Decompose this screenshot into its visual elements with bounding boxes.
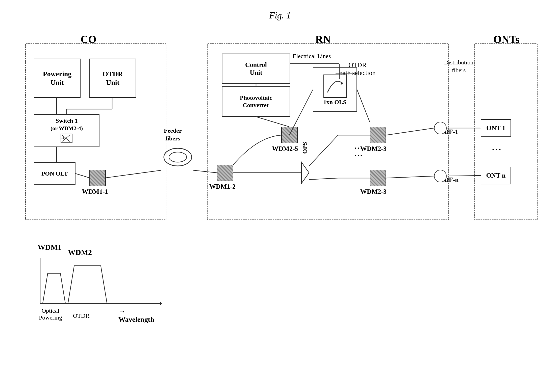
wdm1-1-label: WDM1-1: [82, 188, 108, 195]
dfn-circle: [434, 170, 447, 182]
pon-olt-label: PON OLT: [41, 170, 68, 177]
optical-powering-text: OpticalPowering: [39, 307, 62, 321]
feeder-fibers-coil: [161, 144, 194, 170]
svg-marker-4: [63, 137, 65, 139]
wdm1-2-component: [217, 165, 233, 181]
wdm2-3-bottom-component: [370, 170, 386, 186]
df1-circle: [434, 122, 447, 134]
wdm2-3-bottom-label: WDM2-3: [360, 188, 387, 195]
wdm2-5-label: WDM2-5: [272, 145, 298, 153]
switch1-text: Switch 1(or WDM2-4): [50, 117, 83, 132]
switch1-box: Switch 1(or WDM2-4): [34, 114, 99, 147]
wdm2-3-top-component: [370, 127, 386, 143]
rn-dots2: ...: [354, 150, 363, 158]
wdm1-2-label: WDM1-2: [209, 183, 236, 190]
ontn-label: ONT n: [486, 172, 506, 179]
wdm2-5-component: [281, 127, 298, 143]
switch1-content: Switch 1(or WDM2-4): [50, 117, 83, 144]
wavelength-text: Wavelength: [118, 315, 154, 323]
wdm1-1-component: [89, 170, 106, 186]
powering-unit-box: PoweringUnit: [34, 59, 81, 98]
pon-olt-box: PON OLT: [34, 162, 75, 185]
wdm2-3-top-label: WDM2-3: [360, 145, 387, 153]
distribution-fibers-text: Distributionfibers: [444, 59, 473, 74]
otdr-path-text: OTDRpath selection: [339, 61, 376, 77]
distribution-fibers-label: Distributionfibers: [444, 59, 473, 74]
svg-rect-5: [324, 75, 346, 97]
diagram-area: CO RN ONTs PoweringUnit OTDRUnit Switch …: [15, 28, 545, 382]
feeder-fibers-label: Feederfibers: [164, 127, 182, 142]
ont1-label: ONT 1: [486, 124, 505, 132]
pv-converter-box: PhotovoltaicConverter: [222, 86, 290, 117]
feeder-fibers-text: Feederfibers: [164, 127, 182, 142]
svg-point-7: [164, 148, 192, 166]
optical-powering-label: OpticalPowering: [39, 307, 62, 321]
ont1-box: ONT 1: [481, 119, 511, 137]
fig-title: Fig. 1: [10, 10, 550, 21]
svg-point-8: [169, 152, 187, 162]
ops-label: OPS: [301, 142, 308, 154]
ols-label: 1xn OLS: [322, 99, 348, 106]
ontn-box: ONT n: [481, 167, 511, 184]
electrical-lines-label: Electrical Lines: [293, 52, 331, 60]
co-label: CO: [81, 33, 96, 45]
otdr-path-label: OTDRpath selection: [339, 61, 376, 77]
rn-label: RN: [315, 33, 331, 45]
onts-label: ONTs: [493, 33, 520, 45]
onts-dots: ...: [492, 142, 502, 153]
wavelength-label: → Wavelength: [118, 307, 154, 324]
otdr-chart-label: OTDR: [73, 312, 89, 319]
otdr-unit-box: OTDRUnit: [89, 59, 136, 98]
otdr-unit-label: OTDRUnit: [103, 70, 123, 87]
control-unit-label: ControlUnit: [245, 61, 267, 77]
powering-unit-label: PoweringUnit: [43, 70, 72, 87]
rn-dots: ...: [354, 142, 363, 151]
pv-converter-label: PhotovoltaicConverter: [240, 94, 272, 109]
control-unit-box: ControlUnit: [222, 54, 290, 84]
page-container: Fig. 1 CO RN ONTs PoweringUnit OTDRUnit …: [0, 0, 560, 392]
svg-marker-37: [160, 302, 162, 305]
ols-content: 1xn OLS: [322, 74, 348, 106]
